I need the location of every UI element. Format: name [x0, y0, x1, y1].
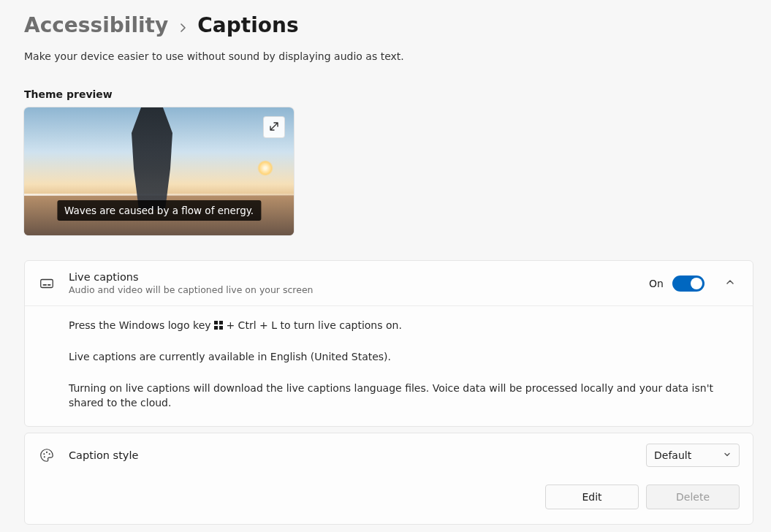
caption-style-delete-button: Delete [646, 484, 740, 509]
palette-icon [38, 447, 56, 463]
svg-rect-2 [48, 284, 51, 285]
live-captions-subtitle: Audio and video will be captioned live o… [69, 284, 636, 295]
live-captions-toggle[interactable] [672, 276, 704, 292]
windows-logo-key-icon [214, 319, 223, 333]
live-captions-availability-line: Live captions are currently available in… [69, 349, 740, 364]
live-captions-details: Press the Windows logo key + Ctrl + L to… [25, 305, 753, 426]
expand-preview-button[interactable] [263, 116, 285, 138]
caption-style-card: Caption style Default Edit Delete [24, 433, 753, 525]
live-captions-toggle-state: On [649, 278, 664, 289]
live-captions-title: Live captions [69, 271, 636, 283]
svg-point-10 [44, 456, 45, 457]
caption-style-edit-button[interactable]: Edit [545, 484, 639, 509]
chevron-right-icon [178, 18, 187, 36]
svg-rect-0 [41, 279, 53, 287]
preview-sample-caption: Waves are caused by a flow of energy. [57, 200, 261, 221]
captions-icon [38, 276, 56, 292]
caption-style-title: Caption style [69, 449, 633, 461]
svg-rect-1 [43, 284, 48, 285]
page-title: Captions [197, 13, 298, 37]
page-subtitle: Make your device easier to use without s… [24, 50, 753, 62]
live-captions-shortcut-line: Press the Windows logo key + Ctrl + L to… [69, 318, 740, 333]
theme-preview-card[interactable]: Waves are caused by a flow of energy. [24, 107, 294, 235]
svg-point-8 [46, 452, 48, 453]
breadcrumb: Accessibility Captions [24, 13, 753, 37]
live-captions-card: Live captions Audio and video will be ca… [24, 260, 753, 427]
svg-rect-5 [214, 326, 218, 330]
svg-rect-3 [214, 321, 218, 324]
chevron-down-icon [723, 449, 732, 461]
theme-preview-label: Theme preview [24, 88, 753, 100]
svg-point-9 [49, 453, 50, 455]
chevron-up-icon [725, 277, 735, 289]
caption-style-selected: Default [654, 449, 691, 461]
svg-point-7 [43, 453, 45, 455]
live-captions-download-line: Turning on live captions will download t… [69, 381, 740, 411]
caption-style-dropdown[interactable]: Default [646, 444, 740, 467]
live-captions-collapse-button[interactable] [721, 277, 740, 289]
breadcrumb-parent[interactable]: Accessibility [24, 13, 168, 37]
expand-icon [269, 121, 279, 134]
